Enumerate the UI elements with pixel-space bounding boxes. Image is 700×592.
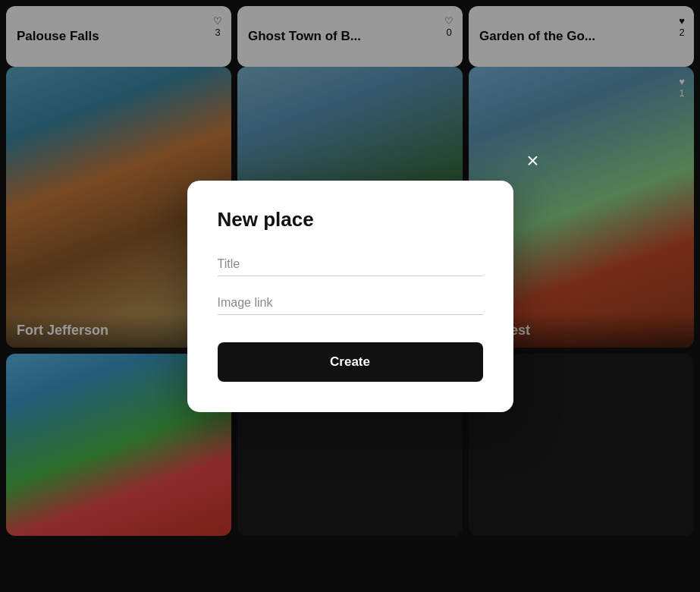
close-modal-button[interactable]: × [516,144,550,178]
close-icon: × [526,149,538,173]
create-button[interactable]: Create [218,342,483,382]
new-place-modal: × New place Create [187,181,513,412]
modal-title: New place [218,208,483,231]
image-link-field-container [218,291,483,315]
title-input[interactable] [218,253,483,276]
title-field-container [218,253,483,276]
image-link-input[interactable] [218,291,483,315]
modal-overlay[interactable]: × New place Create [0,0,700,592]
